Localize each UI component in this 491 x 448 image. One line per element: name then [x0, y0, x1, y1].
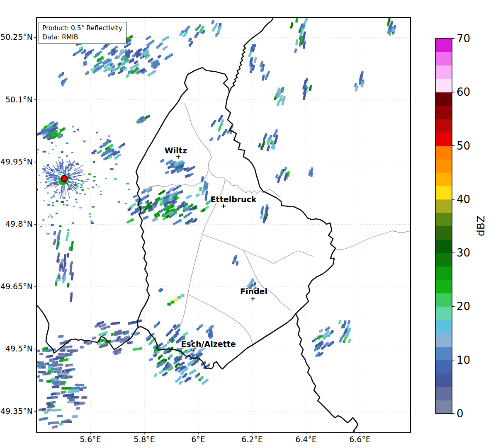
echo-pixel — [191, 218, 193, 220]
echo-pixel — [155, 354, 157, 356]
echo-pixel — [211, 332, 213, 335]
echo-pixel — [263, 141, 265, 143]
clutter-dot — [68, 181, 70, 183]
echo-pixel — [58, 275, 60, 277]
echo-pixel — [70, 353, 73, 356]
clutter-dot — [59, 225, 62, 227]
echo-pixel — [199, 24, 201, 27]
echo-pixel — [303, 24, 305, 27]
echo-pixel — [151, 358, 153, 361]
y-tick-label: 49.8°N — [5, 219, 33, 228]
echo-pixel — [167, 171, 169, 173]
clutter-dot — [49, 201, 50, 201]
clutter-dot — [50, 180, 51, 181]
echo-pixel — [50, 422, 52, 424]
clutter-spoke — [49, 177, 54, 178]
echo-pixel — [71, 262, 73, 264]
echo-pixel — [128, 49, 130, 52]
colorbar-tick-label: 10 — [457, 354, 470, 366]
echo-pixel — [60, 262, 62, 264]
echo-pixel — [182, 168, 184, 170]
echo-pixel — [174, 334, 176, 337]
echo-pixel — [345, 329, 348, 331]
clutter-dot — [54, 177, 56, 178]
echo-pixel — [55, 425, 57, 428]
clutter-dot — [105, 178, 107, 179]
city-label: Esch/Alzette — [181, 339, 236, 349]
clutter-dot — [81, 185, 83, 186]
echo-pixel — [190, 195, 192, 197]
echo-pixel — [204, 181, 207, 183]
echo-pixel — [90, 342, 92, 344]
echo-pixel — [275, 129, 277, 132]
echo-pixel — [207, 206, 209, 208]
echo-pixel — [73, 399, 75, 401]
clutter-dot — [73, 177, 75, 178]
echo-pixel — [113, 68, 115, 71]
colorbar-tick-label: 0 — [457, 407, 464, 420]
echo-pixel — [154, 70, 156, 73]
echo-pixel — [185, 373, 187, 375]
echo-pixel — [60, 266, 62, 268]
echo-pixel — [388, 18, 390, 21]
clutter-dot — [66, 204, 69, 206]
clutter-dot — [108, 136, 110, 137]
echo-pixel — [53, 125, 55, 127]
echo-pixel — [203, 209, 205, 211]
echo-pixel — [191, 353, 193, 355]
echo-pixel — [193, 354, 195, 356]
echo-pixel — [46, 131, 48, 133]
echo-cell — [177, 296, 181, 299]
clutter-dot — [56, 190, 58, 191]
clutter-dot — [56, 145, 57, 146]
colorbar-segment — [435, 39, 452, 52]
echo-pixel — [46, 417, 48, 419]
echo-pixel — [140, 202, 142, 204]
echo-pixel — [99, 67, 101, 70]
echo-pixel — [252, 44, 254, 47]
clutter-dot — [53, 196, 55, 198]
echo-cell — [168, 303, 171, 306]
echo-pixel — [117, 339, 119, 341]
echo-pixel — [41, 379, 43, 382]
echo-pixel — [67, 232, 69, 234]
echo-pixel — [82, 346, 84, 349]
x-tick-label: 6°E — [191, 435, 205, 444]
echo-pixel — [296, 39, 298, 42]
echo-pixel — [212, 20, 214, 23]
echo-pixel — [85, 386, 87, 389]
echo-pixel — [175, 212, 177, 214]
echo-pixel — [133, 321, 135, 323]
clutter-dot — [48, 172, 49, 173]
clutter-dot — [51, 169, 53, 171]
clutter-dot — [64, 173, 67, 175]
echo-pixel — [219, 26, 221, 28]
echo-pixel — [160, 355, 163, 357]
echo-pixel — [51, 360, 53, 362]
clutter-dot — [128, 189, 130, 190]
echo-pixel — [53, 401, 56, 403]
product-info-box: Product: 0.5° Reflectivity Data: RMIB — [39, 22, 126, 44]
echo-pixel — [197, 32, 199, 35]
clutter-dot — [56, 192, 58, 193]
clutter-dot — [118, 201, 120, 203]
echo-pixel — [189, 377, 191, 380]
echo-pixel — [105, 143, 107, 146]
echo-pixel — [136, 61, 138, 63]
echo-pixel — [198, 373, 200, 375]
clutter-dot — [125, 203, 127, 204]
echo-pixel — [174, 324, 176, 327]
clutter-dot — [76, 192, 78, 194]
clutter-dot — [63, 170, 64, 172]
echo-pixel — [156, 217, 158, 220]
echo-pixel — [304, 92, 306, 94]
clutter-dot — [47, 185, 49, 186]
clutter-dot — [81, 180, 83, 182]
echo-pixel — [70, 293, 73, 295]
echo-pixel — [340, 337, 343, 339]
clutter-dot — [100, 139, 102, 140]
echo-pixel — [158, 347, 160, 349]
radar-map: 5.6°E5.8°E6°E6.2°E6.4°E6.6°E50.25°N50.1°… — [0, 0, 491, 448]
echo-pixel — [276, 135, 278, 137]
echo-pixel — [64, 262, 66, 265]
